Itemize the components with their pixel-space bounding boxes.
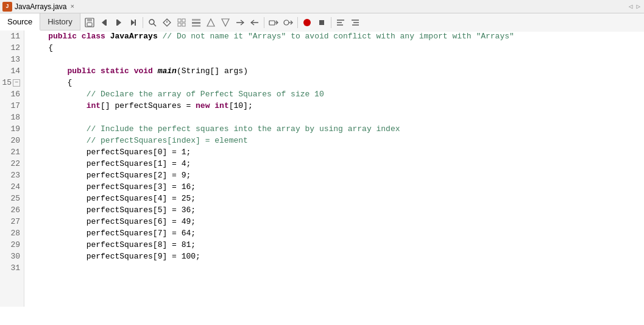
java-file-icon: J: [2, 2, 12, 12]
code-line-31: [29, 262, 644, 274]
line-num-26: 26: [0, 204, 24, 216]
svg-marker-3: [102, 20, 105, 26]
code-line-20: // perfectSquares[index] = element: [29, 135, 644, 146]
fold-icon-15[interactable]: −: [13, 79, 20, 87]
toolbar-search-btn[interactable]: [146, 16, 159, 29]
code-line-27: perfectSquares[6] = 49;: [29, 216, 644, 227]
svg-point-28: [303, 19, 311, 26]
svg-marker-7: [131, 20, 135, 26]
svg-rect-4: [105, 20, 107, 26]
toolbar-btn-2[interactable]: [97, 16, 111, 29]
line-num-15[interactable]: 15−: [0, 77, 24, 88]
toolbar-btn-15[interactable]: [334, 16, 347, 29]
line-num-16: 16: [0, 88, 24, 100]
line-num-14: 14: [0, 65, 24, 77]
line-num-31: 31: [0, 262, 24, 274]
line-num-30: 30: [0, 251, 24, 262]
line-num-23: 23: [0, 170, 24, 181]
toolbar-stop-btn[interactable]: [300, 16, 314, 29]
svg-rect-6: [116, 20, 118, 26]
line-num-29: 29: [0, 239, 24, 251]
line-num-11: 11: [0, 30, 24, 42]
code-line-19: // Include the perfect squares into the …: [29, 123, 644, 135]
line-numbers: 11 12 13 14 15− 16 17 18 19 20 21 22 23 …: [0, 30, 24, 307]
code-line-11: public class JavaArrays // Do not name i…: [29, 30, 644, 42]
code-line-30: perfectSquares[9] = 100;: [29, 251, 644, 262]
line-num-28: 28: [0, 227, 24, 239]
code-line-15: {: [29, 77, 644, 88]
toolbar-btn-16[interactable]: [349, 16, 362, 29]
svg-marker-21: [222, 19, 229, 26]
code-line-14: public static void main(String[] args): [29, 65, 644, 77]
svg-rect-8: [135, 20, 136, 26]
toolbar-sep-3: [297, 17, 298, 28]
line-num-20: 20: [0, 135, 24, 146]
svg-point-26: [284, 20, 289, 25]
toolbar-btn-12[interactable]: [267, 16, 280, 29]
toolbar-btn-4[interactable]: [127, 16, 140, 29]
toolbar-btn-14[interactable]: [315, 16, 328, 29]
title-bar-left: J JavaArrays.java ×: [2, 2, 76, 12]
line-num-22: 22: [0, 158, 24, 170]
code-editor[interactable]: public class JavaArrays // Do not name i…: [24, 30, 644, 307]
line-num-24: 24: [0, 181, 24, 193]
title-bar: J JavaArrays.java × ◁ ▷: [0, 0, 644, 13]
toolbar-btn-3[interactable]: [112, 16, 126, 29]
line-num-21: 21: [0, 146, 24, 158]
code-line-29: perfectSquares[8] = 81;: [29, 239, 644, 251]
svg-rect-13: [178, 19, 181, 22]
code-line-18: [29, 112, 644, 123]
toolbar-sep-2: [264, 17, 264, 28]
svg-marker-12: [166, 20, 168, 23]
toolbar-sep-1: [143, 17, 143, 28]
toolbar-btn-1[interactable]: [83, 16, 96, 29]
svg-rect-17: [192, 19, 200, 21]
code-line-26: perfectSquares[5] = 36;: [29, 204, 644, 216]
code-line-25: perfectSquares[4] = 25;: [29, 193, 644, 204]
svg-rect-18: [192, 22, 200, 24]
svg-rect-14: [182, 19, 185, 22]
toolbar-btn-13[interactable]: [281, 16, 295, 29]
code-area: 11 12 13 14 15− 16 17 18 19 20 21 22 23 …: [0, 30, 644, 307]
tab-bar: Source History: [0, 13, 644, 30]
line-num-27: 27: [0, 216, 24, 227]
svg-marker-5: [118, 20, 121, 26]
nav-right-icon[interactable]: ▷: [635, 2, 642, 10]
line-num-25: 25: [0, 193, 24, 204]
line-num-19: 19: [0, 123, 24, 135]
svg-rect-19: [192, 25, 200, 27]
tab-source[interactable]: Source: [0, 13, 40, 30]
code-line-17: int[] perfectSquares = new int[10];: [29, 100, 644, 112]
toolbar-btn-7[interactable]: [189, 16, 203, 29]
line-num-17: 17: [0, 100, 24, 112]
line-num-13: 13: [0, 54, 24, 65]
nav-left-icon[interactable]: ◁: [628, 2, 634, 10]
code-line-23: perfectSquares[2] = 9;: [29, 170, 644, 181]
tab-history[interactable]: History: [40, 13, 80, 30]
svg-rect-2: [87, 23, 92, 26]
toolbar-btn-5[interactable]: [160, 16, 174, 29]
svg-rect-15: [178, 23, 181, 26]
file-title: JavaArrays.java: [15, 2, 66, 11]
code-line-16: // Declare the array of Perfect Squares …: [29, 88, 644, 100]
toolbar-btn-6[interactable]: [175, 16, 188, 29]
code-line-22: perfectSquares[1] = 4;: [29, 158, 644, 170]
toolbar-btn-11[interactable]: [248, 16, 261, 29]
toolbar-btn-10[interactable]: [233, 16, 247, 29]
svg-rect-29: [319, 20, 324, 25]
toolbar: [80, 13, 644, 32]
code-line-28: perfectSquares[7] = 64;: [29, 227, 644, 239]
code-line-12: {: [29, 42, 644, 54]
toolbar-btn-8[interactable]: [204, 16, 218, 29]
line-num-18: 18: [0, 112, 24, 123]
close-tab-button[interactable]: ×: [69, 3, 76, 10]
svg-point-9: [149, 20, 154, 24]
toolbar-btn-9[interactable]: [219, 16, 232, 29]
svg-rect-1: [87, 18, 92, 21]
code-line-13: [29, 54, 644, 65]
title-bar-nav: ◁ ▷: [628, 2, 642, 10]
svg-rect-16: [182, 23, 185, 26]
line-num-12: 12: [0, 42, 24, 54]
svg-line-10: [154, 24, 156, 26]
code-line-24: perfectSquares[3] = 16;: [29, 181, 644, 193]
